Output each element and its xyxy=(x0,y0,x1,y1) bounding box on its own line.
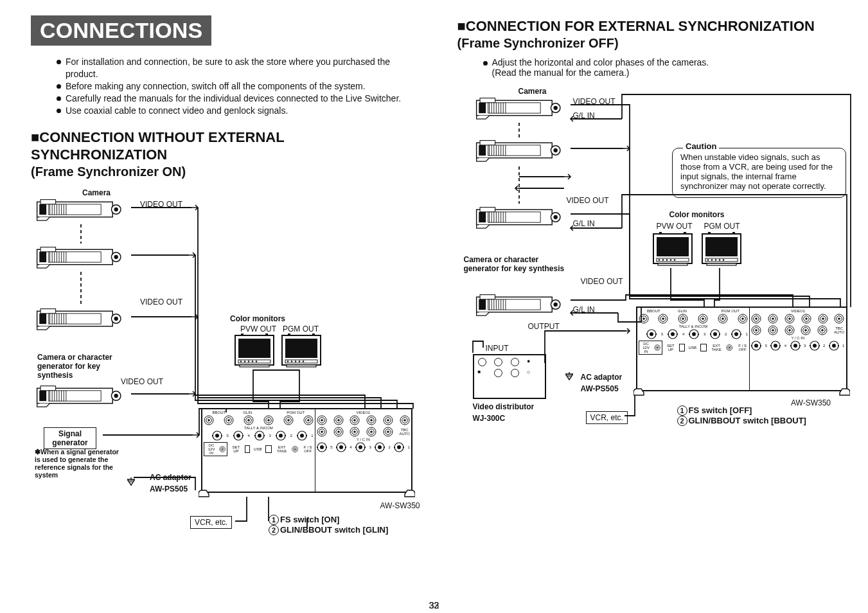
panel-tiny: EXT TAKE xyxy=(276,445,288,453)
jack-icon xyxy=(254,431,265,441)
bnc-icon xyxy=(511,358,519,366)
circled-number-icon: 1 xyxy=(269,515,279,525)
bnc-icon xyxy=(333,427,344,437)
left-subheading: (Frame Synchronizer ON) xyxy=(31,164,186,179)
bnc-icon xyxy=(333,415,344,425)
panel-tiny: GLIN xyxy=(243,411,252,414)
monitor-icon xyxy=(651,232,694,267)
keygen-label: Camera or character generator for key sy… xyxy=(464,255,567,273)
camera-icon xyxy=(470,292,570,317)
ground-icon xyxy=(127,477,135,486)
panel-tiny: USB xyxy=(254,447,261,451)
panel-tiny: F / S OFF xyxy=(737,344,748,351)
vcr-box: VCR, etc. xyxy=(190,516,232,529)
back-panel: BBOUT GLIN PGM OUT TALLY & INCOM xyxy=(636,306,847,391)
panel-tiny: DC 12V IN xyxy=(206,443,217,455)
page-number: 33 xyxy=(429,600,439,610)
circled-number-icon: 2 xyxy=(677,416,687,426)
panel-foot-icon xyxy=(633,387,850,396)
right-page: ■CONNECTION FOR EXTERNAL SYNCHRONIZATION… xyxy=(434,0,869,613)
ac-adaptor-model: AW-PS505 xyxy=(581,384,619,393)
bnc-icon xyxy=(383,427,393,437)
bnc-icon xyxy=(292,444,299,454)
dip-switch-icon xyxy=(245,445,251,453)
video-distributor-text: Video distributor xyxy=(473,402,535,411)
bnc-icon xyxy=(400,415,410,425)
left-section-heading: ■CONNECTION WITHOUT EXTERNAL SYNCHRONIZA… xyxy=(31,129,416,180)
bnc-icon xyxy=(478,358,486,366)
right-lead-item: Adjust the horizontal and color phases o… xyxy=(483,57,838,78)
bnc-icon xyxy=(244,415,254,425)
panel-tiny: AUTO xyxy=(834,330,845,334)
square-bullet-icon: ■ xyxy=(457,18,466,34)
square-bullet-icon: ■ xyxy=(31,129,39,145)
panel-tiny: EXT TAKE xyxy=(711,344,723,351)
camera-icon xyxy=(470,138,570,163)
video-out-label: VIDEO OUT xyxy=(140,200,182,209)
ac-adaptor-text: AC adaptor xyxy=(150,473,191,482)
switch-note-item: 2GLIN/BBOUT switch [GLIN] xyxy=(269,525,388,535)
camera-icon xyxy=(31,245,130,269)
jack-icon xyxy=(212,431,222,441)
circled-number-icon: 2 xyxy=(269,525,279,535)
left-heading-text: CONNECTION WITHOUT EXTERNAL SYNCHRONIZAT… xyxy=(31,129,284,162)
right-lead-text2: (Read the manual for the camera.) xyxy=(492,67,630,78)
intro-item: For installation and connection, be sure… xyxy=(57,56,416,80)
color-monitors-label: Color monitors xyxy=(669,210,725,219)
camera-icon xyxy=(31,197,130,222)
intro-list: For installation and connection, be sure… xyxy=(31,56,416,116)
intro-item: Use coaxial cable to connect video and g… xyxy=(57,105,416,117)
switch-note-item: 2GLIN/BBOUT switch [BBOUT] xyxy=(677,416,806,426)
gl-in-label: G/L IN xyxy=(573,219,595,228)
monitor-icon xyxy=(700,232,743,267)
input-label: INPUT xyxy=(486,344,509,353)
jack-icon xyxy=(233,431,244,441)
switch-notes: 1FS switch [ON] 2GLIN/BBOUT switch [GLIN… xyxy=(269,515,388,535)
figure-left: Camera VIDEO OUT VIDEO OUT VIDEO OUT Cam… xyxy=(31,188,416,567)
panel-tiny: PGM OUT xyxy=(287,411,305,414)
switch-note-text: GLIN/BBOUT switch [GLIN] xyxy=(280,525,388,535)
switch-note-item: 1FS switch [ON] xyxy=(269,515,388,525)
color-monitors-label: Color monitors xyxy=(230,314,285,323)
figure-right: Camera VIDEO OUT G/L IN VIDEO OUT G/L IN… xyxy=(457,87,838,524)
circled-number-icon: 1 xyxy=(677,405,687,416)
bnc-icon xyxy=(283,415,294,425)
panel-tiny: F / S OFF xyxy=(302,445,313,453)
panel-foot-icon xyxy=(199,489,415,498)
keygen-label: Camera or character generator for key sy… xyxy=(37,353,134,380)
camera-label: Camera xyxy=(82,188,111,197)
video-out-label: VIDEO OUT xyxy=(581,277,623,286)
pvw-out-label: PVW OUT xyxy=(657,222,693,231)
bnc-icon xyxy=(317,427,327,437)
bnc-icon xyxy=(317,415,327,425)
jack-icon xyxy=(276,431,286,441)
left-page: CONNECTIONS For installation and connect… xyxy=(0,0,434,613)
page-title: CONNECTIONS xyxy=(31,15,211,46)
vcr-box: VCR, etc. xyxy=(586,411,628,424)
jack-icon xyxy=(336,442,346,452)
pgm-out-label: PGM OUT xyxy=(283,324,319,333)
pgm-out-label: PGM OUT xyxy=(704,222,740,231)
signal-generator-box: Signal generator xyxy=(44,427,96,449)
bnc-icon xyxy=(303,415,314,425)
bnc-icon xyxy=(350,415,360,425)
signal-generator-note: ✽When a signal generator is used to gene… xyxy=(35,448,121,479)
panel-tiny: SET UP xyxy=(231,445,240,453)
jack-icon xyxy=(317,442,327,452)
video-distributor-model: WJ-300C xyxy=(473,414,506,423)
ground-icon xyxy=(565,372,573,380)
panel-tiny: USB xyxy=(689,346,696,350)
gl-in-label: G/L IN xyxy=(573,305,595,314)
panel-tiny: GLIN xyxy=(678,309,687,313)
jack-icon xyxy=(297,431,307,441)
video-out-label: VIDEO OUT xyxy=(140,298,182,306)
bnc-icon xyxy=(204,415,214,425)
monitor-icon xyxy=(233,333,276,368)
right-heading-text: CONNECTION FOR EXTERNAL SYNCHRONIZATION xyxy=(466,18,815,34)
panel-tiny: AUTO xyxy=(399,432,410,436)
camera-icon xyxy=(31,384,130,408)
gl-in-label: G/L IN xyxy=(573,111,595,120)
right-subheading: (Frame Synchronizer OFF) xyxy=(457,36,619,50)
panel-tiny: DC 12V IN xyxy=(641,342,652,353)
bnc-icon xyxy=(494,358,502,366)
